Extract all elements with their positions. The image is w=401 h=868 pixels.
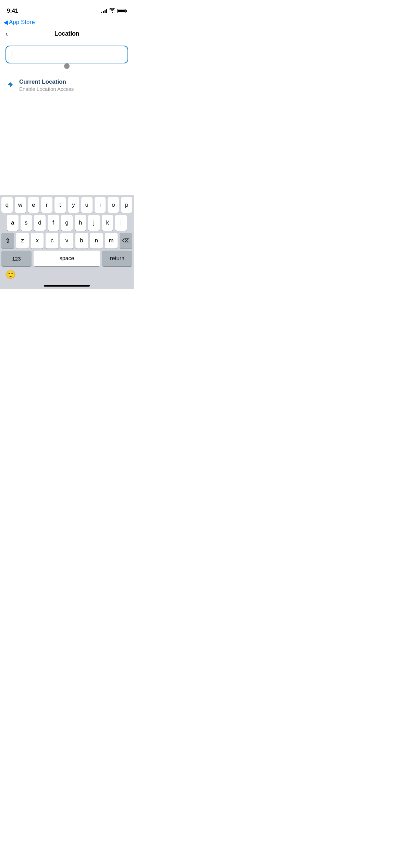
location-title: Current Location [19,79,74,85]
delete-key[interactable]: ⌫ [120,233,132,249]
location-text: Current Location Enable Location Access [19,79,74,92]
keyboard-row-2: a s d f g h j k l [0,213,134,231]
emoji-button[interactable]: 🙂 [5,270,16,279]
key-t[interactable]: t [54,197,66,213]
keyboard-row-3: ⇧ z x c v b n m ⌫ [0,231,134,249]
page-title: Location [54,30,80,37]
key-r[interactable]: r [41,197,52,213]
status-icons [101,8,127,14]
status-time: 9:41 [7,8,18,14]
key-d[interactable]: d [34,215,46,231]
keyboard-row-1: q w e r t y u i o p [0,195,134,213]
search-container [0,46,134,63]
numbers-key[interactable]: 123 [1,251,32,266]
key-s[interactable]: s [21,215,32,231]
key-w[interactable]: w [15,197,26,213]
key-z[interactable]: z [16,233,29,249]
location-arrow-icon [5,81,15,90]
key-v[interactable]: v [60,233,73,249]
status-bar: 9:41 [0,0,134,17]
key-f[interactable]: f [48,215,59,231]
keyboard-extras: 🙂 [0,268,134,282]
key-m[interactable]: m [105,233,118,249]
key-u[interactable]: u [81,197,93,213]
app-store-back-label: App Store [9,19,35,26]
space-key[interactable]: space [34,251,100,266]
key-n[interactable]: n [90,233,103,249]
key-i[interactable]: i [95,197,106,213]
key-e[interactable]: e [28,197,39,213]
home-indicator [0,282,134,289]
key-h[interactable]: h [75,215,86,231]
battery-icon [117,9,127,13]
page-header: ‹ Location [0,27,134,40]
shift-key[interactable]: ⇧ [1,233,14,249]
key-c[interactable]: c [46,233,58,249]
key-q[interactable]: q [1,197,13,213]
key-k[interactable]: k [102,215,113,231]
back-nav[interactable]: ◀ App Store [0,17,134,27]
current-location-item[interactable]: Current Location Enable Location Access [0,73,134,97]
location-subtitle: Enable Location Access [19,86,74,92]
search-input-wrapper[interactable] [5,46,128,63]
text-cursor [12,51,12,58]
keyboard-row-4: 123 space return [0,249,134,268]
return-key[interactable]: return [102,251,132,266]
key-l[interactable]: l [115,215,127,231]
key-y[interactable]: y [68,197,79,213]
key-g[interactable]: g [61,215,73,231]
key-p[interactable]: p [121,197,132,213]
back-chevron-icon: ◀ [3,19,8,26]
key-x[interactable]: x [31,233,44,249]
wifi-icon [109,8,115,14]
home-bar [44,285,90,287]
key-o[interactable]: o [108,197,119,213]
key-a[interactable]: a [7,215,19,231]
header-back-button[interactable]: ‹ [5,30,8,38]
signal-icon [101,9,107,13]
keyboard: q w e r t y u i o p a s d f g h j k l ⇧ … [0,195,134,289]
scroll-indicator [64,63,70,69]
key-b[interactable]: b [75,233,88,249]
key-j[interactable]: j [88,215,100,231]
